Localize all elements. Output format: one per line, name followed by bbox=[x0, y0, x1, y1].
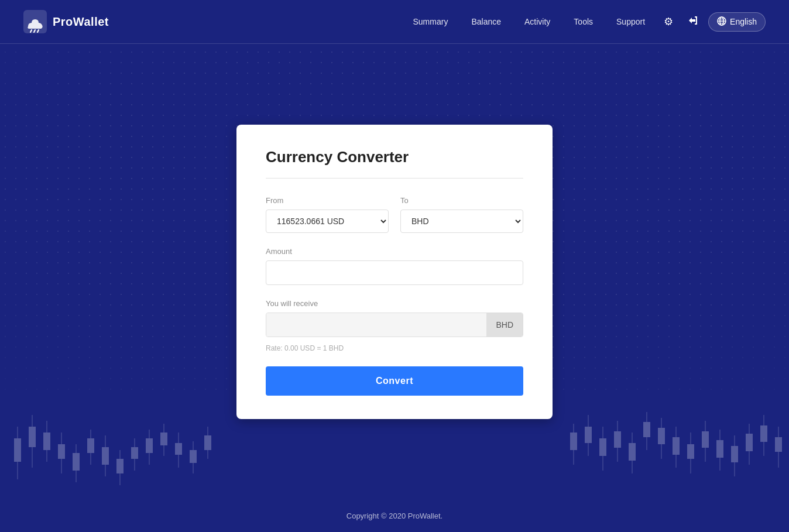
to-select[interactable]: BHD USD EUR GBP JPY AED bbox=[400, 210, 523, 233]
receive-label: You will receive bbox=[266, 299, 523, 308]
footer: Copyright © 2020 ProWallet. bbox=[0, 500, 789, 532]
logo-icon bbox=[23, 10, 47, 33]
nav-activity[interactable]: Activity bbox=[515, 12, 560, 31]
main-content: Currency Converter From 116523.0661 USD … bbox=[0, 44, 789, 500]
amount-group: Amount bbox=[266, 247, 523, 285]
language-button[interactable]: English bbox=[708, 12, 766, 32]
footer-text: Copyright © 2020 ProWallet. bbox=[347, 512, 442, 520]
receive-input[interactable] bbox=[266, 313, 486, 337]
gear-icon: ⚙ bbox=[664, 15, 673, 28]
nav-summary[interactable]: Summary bbox=[404, 12, 458, 31]
amount-input[interactable] bbox=[266, 260, 523, 285]
settings-button[interactable]: ⚙ bbox=[659, 11, 678, 33]
from-label: From bbox=[266, 196, 389, 205]
from-group: From 116523.0661 USD 50000 EUR 100000 GB… bbox=[266, 196, 389, 233]
converter-card: Currency Converter From 116523.0661 USD … bbox=[236, 125, 553, 419]
language-label: English bbox=[730, 17, 757, 26]
receive-input-wrapper: BHD bbox=[266, 313, 523, 337]
logout-button[interactable] bbox=[682, 10, 704, 34]
logout-icon bbox=[687, 15, 699, 29]
rate-text: Rate: 0.00 USD = 1 BHD bbox=[266, 344, 523, 352]
convert-button[interactable]: Convert bbox=[266, 366, 523, 396]
navbar: ProWallet Summary Balance Activity Tools… bbox=[0, 0, 789, 44]
to-label: To bbox=[400, 196, 523, 205]
nav-links: Summary Balance Activity Tools Support ⚙ bbox=[404, 10, 766, 34]
nav-balance[interactable]: Balance bbox=[462, 12, 510, 31]
logo[interactable]: ProWallet bbox=[23, 10, 109, 33]
amount-label: Amount bbox=[266, 247, 523, 256]
from-select[interactable]: 116523.0661 USD 50000 EUR 100000 GBP bbox=[266, 210, 389, 233]
receive-currency-badge: BHD bbox=[486, 313, 523, 337]
globe-icon bbox=[717, 16, 726, 28]
receive-group: You will receive BHD bbox=[266, 299, 523, 337]
to-group: To BHD USD EUR GBP JPY AED bbox=[400, 196, 523, 233]
card-divider bbox=[266, 178, 523, 179]
nav-support[interactable]: Support bbox=[607, 12, 654, 31]
logo-text: ProWallet bbox=[53, 15, 109, 29]
nav-tools[interactable]: Tools bbox=[564, 12, 602, 31]
currency-selectors-row: From 116523.0661 USD 50000 EUR 100000 GB… bbox=[266, 196, 523, 233]
card-title: Currency Converter bbox=[266, 148, 523, 166]
